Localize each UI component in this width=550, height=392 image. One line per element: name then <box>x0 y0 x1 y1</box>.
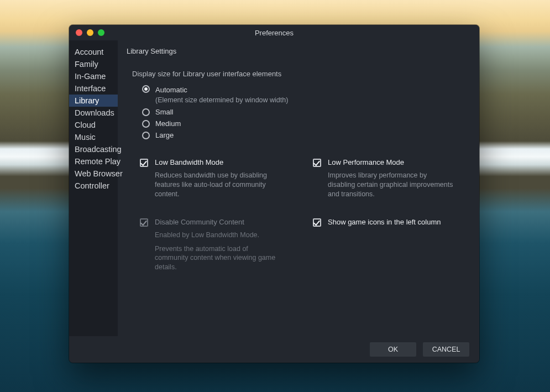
display-size-label: Display size for Library user interface … <box>132 70 464 78</box>
minimize-icon[interactable] <box>87 29 93 36</box>
radio-sublabel: (Element size determined by window width… <box>155 96 288 104</box>
options-col-right: Low Performance Mode Improves library pe… <box>313 158 464 291</box>
radio-label: Large <box>155 131 174 139</box>
option-disable-community: Disable Community Content Enabled by Low… <box>140 218 291 273</box>
option-low-bandwidth[interactable]: Low Bandwidth Mode Reduces bandwidth use… <box>140 158 291 199</box>
footer: OK CANCEL <box>69 336 479 363</box>
radio-icon <box>142 108 150 116</box>
sidebar-item-remote-play[interactable]: Remote Play <box>69 155 118 168</box>
display-size-radio-group: Automatic (Element size determined by wi… <box>142 85 464 139</box>
preferences-window: Preferences Account Family In-Game Inter… <box>69 25 479 363</box>
sidebar-item-cloud[interactable]: Cloud <box>69 119 118 131</box>
radio-label: Automatic <box>155 86 187 94</box>
option-show-game-icons[interactable]: Show game icons in the left column <box>313 218 464 227</box>
option-label: Disable Community Content <box>155 218 282 226</box>
option-note: Enabled by Low Bandwidth Mode. <box>155 231 282 240</box>
radio-label: Small <box>155 108 174 116</box>
cancel-button[interactable]: CANCEL <box>423 342 469 357</box>
window-title: Preferences <box>69 29 479 37</box>
checkbox-icon <box>313 159 321 167</box>
window-body: Account Family In-Game Interface Library… <box>69 40 479 336</box>
radio-medium[interactable]: Medium <box>142 119 464 128</box>
sidebar-item-downloads[interactable]: Downloads <box>69 107 118 119</box>
close-icon[interactable] <box>76 29 82 36</box>
ok-button[interactable]: OK <box>370 342 416 357</box>
sidebar-item-library[interactable]: Library <box>69 95 118 107</box>
sidebar: Account Family In-Game Interface Library… <box>69 40 118 336</box>
section-title: Library Settings <box>127 47 464 55</box>
checkbox-icon <box>140 218 148 227</box>
titlebar: Preferences <box>69 25 479 40</box>
sidebar-item-account[interactable]: Account <box>69 46 118 58</box>
radio-large[interactable]: Large <box>142 131 464 139</box>
sidebar-item-family[interactable]: Family <box>69 58 118 70</box>
option-desc: Prevents the automatic load of community… <box>155 244 282 273</box>
radio-icon <box>142 85 150 93</box>
checkbox-icon <box>313 218 321 227</box>
option-label: Low Bandwidth Mode <box>155 158 282 166</box>
radio-icon <box>142 132 150 139</box>
option-desc: Reduces bandwidth use by disabling featu… <box>155 171 282 199</box>
option-label: Show game icons in the left column <box>328 218 441 226</box>
sidebar-item-controller[interactable]: Controller <box>69 180 118 192</box>
sidebar-item-in-game[interactable]: In-Game <box>69 70 118 82</box>
sidebar-item-interface[interactable]: Interface <box>69 82 118 95</box>
checkbox-icon <box>140 159 148 167</box>
window-controls <box>69 29 104 36</box>
options-grid: Low Bandwidth Mode Reduces bandwidth use… <box>140 158 464 291</box>
sidebar-item-web-browser[interactable]: Web Browser <box>69 168 118 180</box>
option-low-performance[interactable]: Low Performance Mode Improves library pe… <box>313 158 464 199</box>
radio-automatic[interactable]: Automatic (Element size determined by wi… <box>142 85 464 104</box>
radio-icon <box>142 120 150 128</box>
options-col-left: Low Bandwidth Mode Reduces bandwidth use… <box>140 158 291 291</box>
main-panel: Library Settings Display size for Librar… <box>118 40 479 336</box>
option-label: Low Performance Mode <box>328 158 455 166</box>
radio-small[interactable]: Small <box>142 108 464 116</box>
sidebar-item-broadcasting[interactable]: Broadcasting <box>69 143 118 155</box>
zoom-icon[interactable] <box>98 29 104 36</box>
radio-label: Medium <box>155 119 181 128</box>
sidebar-item-music[interactable]: Music <box>69 131 118 143</box>
option-desc: Improves library performance by disablin… <box>328 171 455 199</box>
